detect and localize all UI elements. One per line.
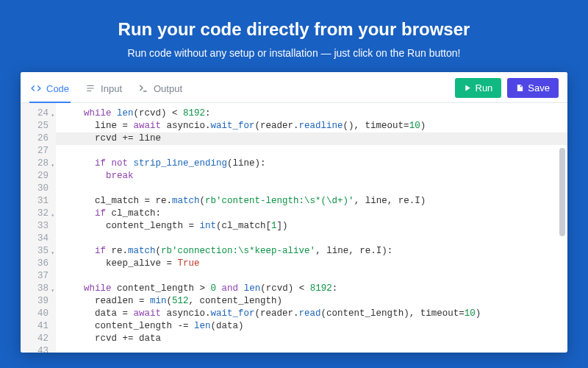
- code-line: rcvd += line: [56, 132, 567, 145]
- code-line: while content_length > 0 and len(rcvd) <…: [62, 283, 567, 295]
- code-line: if re.match(rb'connection:\s*keep-alive'…: [62, 245, 567, 258]
- code-line: if cl_match:: [62, 208, 567, 220]
- code-line: [62, 270, 567, 283]
- line-number: 35: [28, 245, 53, 258]
- line-number: 32: [28, 208, 53, 220]
- save-button[interactable]: Save: [507, 78, 559, 98]
- line-number: 33: [28, 220, 53, 233]
- code-line: [62, 345, 567, 353]
- line-number: 29: [28, 170, 53, 183]
- tab-list: Code Input Output: [29, 79, 455, 102]
- code-line: data = await asyncio.wait_for(reader.rea…: [62, 308, 567, 320]
- line-number: 24: [28, 107, 53, 120]
- line-number: 36: [28, 258, 53, 270]
- tab-input-label: Input: [101, 83, 122, 94]
- code-line: cl_match = re.match(rb'content-length:\s…: [62, 195, 567, 208]
- output-icon: [138, 83, 148, 93]
- line-number: 38: [28, 283, 53, 295]
- tab-output-label: Output: [154, 83, 182, 94]
- save-icon: [516, 84, 524, 92]
- line-number: 34: [28, 233, 53, 245]
- tab-input[interactable]: Input: [84, 79, 123, 103]
- line-number: 39: [28, 295, 53, 308]
- code-line: line = await asyncio.wait_for(reader.rea…: [62, 120, 567, 132]
- save-button-label: Save: [528, 82, 550, 93]
- code-line: break: [62, 170, 567, 183]
- scrollbar-thumb[interactable]: [559, 148, 565, 236]
- hero: Run your code directly from your browser…: [0, 0, 588, 72]
- input-icon: [85, 83, 96, 93]
- code-content[interactable]: while len(rcvd) < 8192: line = await asy…: [56, 103, 567, 353]
- line-number: 40: [28, 308, 53, 320]
- code-line: [62, 145, 567, 158]
- run-button-label: Run: [476, 82, 493, 93]
- line-number: 31: [28, 195, 53, 208]
- line-number: 26: [28, 132, 53, 145]
- code-line: if not strip_line_ending(line):: [62, 158, 567, 170]
- code-line: [62, 233, 567, 245]
- code-editor[interactable]: 2425262728293031323334353637383940414243…: [21, 103, 567, 353]
- line-number: 30: [28, 183, 53, 195]
- line-number: 43: [28, 345, 53, 353]
- line-number: 25: [28, 120, 53, 132]
- editor-toolbar: Code Input Output Run Save: [21, 72, 567, 103]
- code-line: rcvd += data: [62, 333, 567, 345]
- tab-output[interactable]: Output: [137, 79, 184, 103]
- tab-code[interactable]: Code: [29, 79, 71, 103]
- line-number-gutter: 2425262728293031323334353637383940414243: [21, 103, 56, 353]
- line-number: 37: [28, 270, 53, 283]
- code-line: while len(rcvd) < 8192:: [62, 107, 567, 120]
- run-button[interactable]: Run: [455, 78, 502, 98]
- code-line: keep_alive = True: [62, 258, 567, 270]
- action-buttons: Run Save: [455, 78, 559, 102]
- hero-title: Run your code directly from your browser: [15, 19, 573, 40]
- line-number: 28: [28, 158, 53, 170]
- code-line: readlen = min(512, content_length): [62, 295, 567, 308]
- tab-code-label: Code: [46, 83, 69, 94]
- line-number: 42: [28, 333, 53, 345]
- code-line: content_length = int(cl_match[1]): [62, 220, 567, 233]
- line-number: 41: [28, 320, 53, 333]
- code-line: content_length -= len(data): [62, 320, 567, 333]
- svg-marker-4: [465, 85, 470, 91]
- line-number: 27: [28, 145, 53, 158]
- play-icon: [464, 84, 472, 92]
- code-icon: [31, 83, 41, 93]
- code-line: [62, 183, 567, 195]
- editor-card: Code Input Output Run Save 2425262728293…: [21, 72, 567, 353]
- hero-subtitle: Run code without any setup or installati…: [15, 47, 573, 59]
- scrollbar-track: [559, 107, 565, 348]
